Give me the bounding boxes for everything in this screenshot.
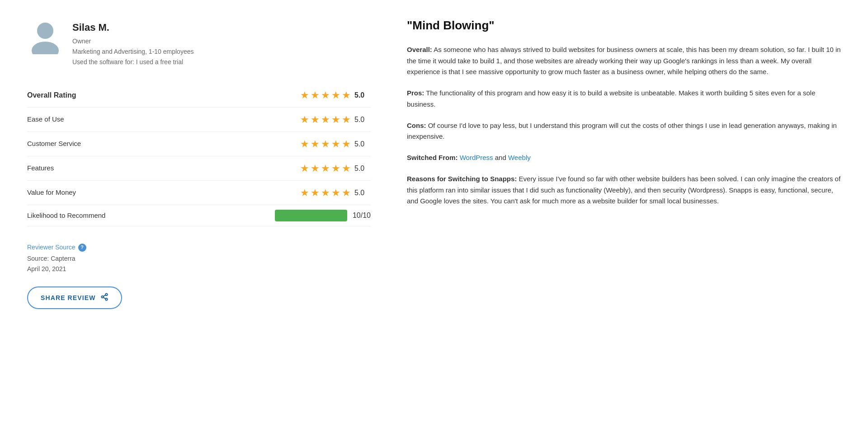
rating-label-likelihood: Likelihood to Recommend xyxy=(27,211,105,221)
rating-label-features: Features xyxy=(27,163,54,174)
rating-row-value: Value for Money ★ ★ ★ ★ ★ 5.0 xyxy=(27,181,371,205)
star-2: ★ xyxy=(311,88,320,103)
star-2: ★ xyxy=(311,185,320,200)
rating-label-customer-service: Customer Service xyxy=(27,139,81,149)
review-title: "Mind Blowing" xyxy=(407,18,841,33)
page-wrapper: Silas M. Owner Marketing and Advertising… xyxy=(0,0,868,432)
star-2: ★ xyxy=(311,161,320,176)
star-4: ★ xyxy=(331,88,340,103)
star-1: ★ xyxy=(300,161,309,176)
rating-row-ease: Ease of Use ★ ★ ★ ★ ★ 5.0 xyxy=(27,108,371,132)
value-rating-container: ★ ★ ★ ★ ★ 5.0 xyxy=(300,185,371,200)
reviewer-name: Silas M. xyxy=(72,20,193,35)
cons-label: Cons: xyxy=(407,122,426,129)
switched-link-wordpress[interactable]: WordPress xyxy=(460,154,493,161)
customer-service-rating-container: ★ ★ ★ ★ ★ 5.0 xyxy=(300,136,371,151)
share-icon xyxy=(100,293,108,303)
reviewer-company: Marketing and Advertising, 1-10 employee… xyxy=(72,47,193,56)
share-review-button[interactable]: SHARE REVIEW xyxy=(27,286,122,309)
star-2: ★ xyxy=(311,112,320,127)
rating-label-ease: Ease of Use xyxy=(27,114,64,125)
value-rating-value: 5.0 xyxy=(354,188,371,198)
rating-row-features: Features ★ ★ ★ ★ ★ 5.0 xyxy=(27,156,371,181)
reviewer-role: Owner xyxy=(72,37,193,46)
star-1: ★ xyxy=(300,185,309,200)
review-overall: Overall: As someone who has always striv… xyxy=(407,44,841,78)
switched-label: Switched From: xyxy=(407,154,458,161)
reviewer-source-text: Reviewer Source xyxy=(27,243,75,252)
star-3: ★ xyxy=(321,112,330,127)
right-panel: "Mind Blowing" Overall: As someone who h… xyxy=(407,18,841,414)
help-icon: ? xyxy=(78,244,86,252)
reviewer-source: Reviewer Source ? Source: Capterra April… xyxy=(27,243,371,274)
review-pros: Pros: The functionality of this program … xyxy=(407,88,841,110)
star-4: ★ xyxy=(331,136,340,151)
overall-stars: ★ ★ ★ ★ ★ xyxy=(300,88,351,103)
rating-label-value: Value for Money xyxy=(27,188,76,198)
overall-rating-stars-container: ★ ★ ★ ★ ★ 5.0 xyxy=(300,88,371,103)
star-5: ★ xyxy=(342,136,351,151)
star-5: ★ xyxy=(342,112,351,127)
review-switched: Switched From: WordPress and Weebly xyxy=(407,152,841,164)
review-cons: Cons: Of course I'd love to pay less, bu… xyxy=(407,120,841,143)
svg-line-5 xyxy=(103,297,105,299)
customer-service-rating-value: 5.0 xyxy=(354,139,371,150)
star-5: ★ xyxy=(342,185,351,200)
star-3: ★ xyxy=(321,161,330,176)
star-1: ★ xyxy=(300,136,309,151)
ratings-section: Overall Rating ★ ★ ★ ★ ★ 5.0 Ease of Use xyxy=(27,83,371,226)
star-1: ★ xyxy=(300,112,309,127)
star-4: ★ xyxy=(331,112,340,127)
star-3: ★ xyxy=(321,88,330,103)
star-5: ★ xyxy=(342,161,351,176)
svg-point-1 xyxy=(32,42,59,54)
likelihood-score: 10/10 xyxy=(353,210,371,221)
features-rating-value: 5.0 xyxy=(354,163,371,174)
overall-rating-value: 5.0 xyxy=(354,90,371,101)
reviewer-usage: Used the software for: I used a free tri… xyxy=(72,57,193,67)
likelihood-container: 10/10 xyxy=(275,210,371,221)
rating-row-likelihood: Likelihood to Recommend 10/10 xyxy=(27,205,371,226)
star-4: ★ xyxy=(331,161,340,176)
ease-rating-container: ★ ★ ★ ★ ★ 5.0 xyxy=(300,112,371,127)
source-date: April 20, 2021 xyxy=(27,264,371,274)
star-4: ★ xyxy=(331,185,340,200)
star-5: ★ xyxy=(342,88,351,103)
likelihood-bar xyxy=(275,210,347,221)
value-stars: ★ ★ ★ ★ ★ xyxy=(300,185,351,200)
star-2: ★ xyxy=(311,136,320,151)
rating-row-customer-service: Customer Service ★ ★ ★ ★ ★ 5.0 xyxy=(27,132,371,156)
reviewer-info: Silas M. Owner Marketing and Advertising… xyxy=(27,18,371,67)
star-3: ★ xyxy=(321,185,330,200)
star-3: ★ xyxy=(321,136,330,151)
overall-text: As someone who has always strived to bui… xyxy=(407,46,841,76)
ease-stars: ★ ★ ★ ★ ★ xyxy=(300,112,351,127)
rating-label-overall: Overall Rating xyxy=(27,90,76,101)
switched-and-text: and xyxy=(495,154,506,161)
cons-text: Of course I'd love to pay less, but I un… xyxy=(407,122,837,141)
avatar xyxy=(27,18,63,54)
svg-line-6 xyxy=(103,295,105,296)
source-name: Source: Capterra xyxy=(27,254,371,263)
rating-row: Overall Rating ★ ★ ★ ★ ★ 5.0 xyxy=(27,83,371,108)
features-rating-container: ★ ★ ★ ★ ★ 5.0 xyxy=(300,161,371,176)
reviewer-details: Silas M. Owner Marketing and Advertising… xyxy=(72,18,193,67)
features-stars: ★ ★ ★ ★ ★ xyxy=(300,161,351,176)
star-1: ★ xyxy=(300,88,309,103)
reasons-label: Reasons for Switching to Snapps: xyxy=(407,175,517,183)
review-reasons: Reasons for Switching to Snapps: Every i… xyxy=(407,174,841,207)
share-review-label: SHARE REVIEW xyxy=(41,294,96,301)
pros-text: The functionality of this program and ho… xyxy=(407,89,816,108)
overall-label: Overall: xyxy=(407,46,432,53)
ease-rating-value: 5.0 xyxy=(354,114,371,125)
source-label: Reviewer Source ? xyxy=(27,243,371,252)
switched-link-weebly[interactable]: Weebly xyxy=(508,154,531,161)
left-panel: Silas M. Owner Marketing and Advertising… xyxy=(27,18,371,414)
customer-service-stars: ★ ★ ★ ★ ★ xyxy=(300,136,351,151)
svg-point-0 xyxy=(37,23,53,39)
pros-label: Pros: xyxy=(407,89,424,97)
